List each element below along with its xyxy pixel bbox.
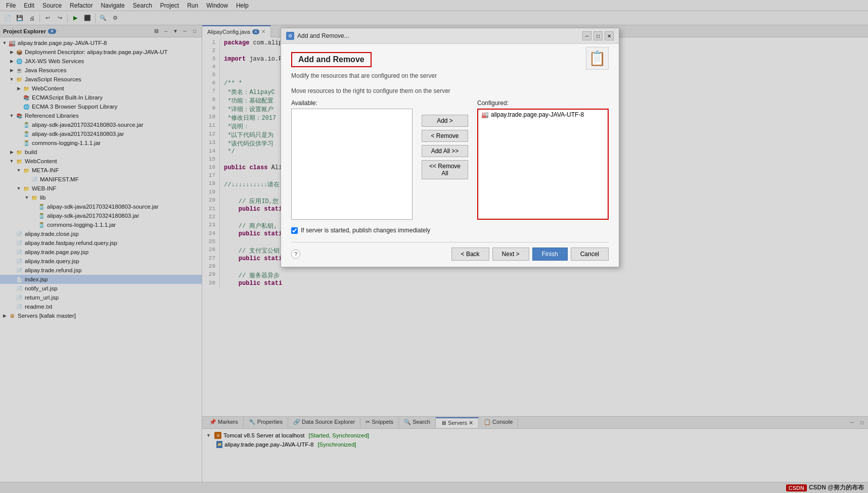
menu-project[interactable]: Project — [156, 1, 183, 10]
menu-refactor[interactable]: Refactor — [66, 1, 97, 10]
bottom-maximize-btn[interactable]: □ — [858, 419, 866, 427]
menu-window[interactable]: Window — [202, 1, 232, 10]
tree-js-resources[interactable]: ▼ 📁 JavaScript Resources — [0, 75, 202, 84]
editor-tab-close-btn[interactable]: ✕ — [261, 29, 265, 34]
publish-checkbox[interactable] — [291, 227, 298, 234]
cancel-btn[interactable]: Cancel — [571, 248, 609, 261]
panel-header-left: Project Explorer ✕ — [3, 28, 56, 34]
tree-webcontent2[interactable]: ▼ 📁 WebContent — [0, 157, 202, 166]
tree-close-jsp[interactable]: 📄 alipay.trade.close.jsp — [0, 229, 202, 238]
remove-all-btn[interactable]: << Remove All — [422, 160, 468, 179]
tree-notify-jsp[interactable]: 📄 notify_url.jsp — [0, 284, 202, 293]
tree-manifest[interactable]: 📄 MANIFEST.MF — [0, 175, 202, 184]
status-right: CSDN CSDN @努力的布布 — [786, 483, 864, 492]
dialog-available-list[interactable] — [291, 109, 413, 220]
new-btn[interactable]: 📄 — [2, 13, 13, 24]
tree-index-jsp[interactable]: 📄 index.jsp — [0, 275, 202, 284]
menu-bar: File Edit Source Refactor Navigate Searc… — [0, 0, 868, 11]
dialog-checkbox-row: If server is started, publish changes im… — [291, 227, 609, 234]
tree-ecma3-browser[interactable]: 🌐 ECMA 3 Browser Support Library — [0, 102, 202, 111]
tab-properties[interactable]: 🔧 Properties — [244, 417, 288, 428]
tree-ref-libs[interactable]: ▼ 📚 Referenced Libraries — [0, 111, 202, 120]
tree-jaxws[interactable]: ▶ 🌐 JAX-WS Web Services — [0, 57, 202, 66]
menu-help[interactable]: Help — [232, 1, 253, 10]
tab-servers[interactable]: 🖥 Servers ✕ — [436, 417, 479, 428]
tree-lib-label: lib — [40, 194, 46, 201]
tree-root[interactable]: ▼ 🏭 alipay.trade.page.pay-JAVA-UTF-8 — [0, 38, 202, 47]
add-btn[interactable]: Add > — [422, 115, 468, 127]
tree-page-pay-jsp[interactable]: 📄 alipay.trade.page.pay.jsp — [0, 248, 202, 257]
tree-build[interactable]: ▶ 📁 build — [0, 147, 202, 157]
dialog-title-icon: ⚙ — [286, 32, 294, 40]
project-explorer: Project Explorer ✕ ⊟ ↔ ▼ ─ □ ▼ 🏭 alipay.… — [0, 25, 202, 482]
tree-readme[interactable]: 📄 readme.txt — [0, 302, 202, 311]
tree-trade-refund-jsp[interactable]: 📄 alipay.trade.refund.jsp — [0, 266, 202, 275]
run-btn[interactable]: ▶ — [70, 13, 81, 24]
tab-snippets[interactable]: ✂ Snippets — [360, 417, 399, 428]
link-editor-btn[interactable]: ↔ — [162, 27, 170, 35]
tab-search[interactable]: 🔍 Search — [399, 417, 436, 428]
tree-java-resources[interactable]: ▶ ☕ Java Resources — [0, 66, 202, 75]
tree-alipay-jar[interactable]: 🫙 alipay-sdk-java20170324180803.jar — [0, 129, 202, 138]
tree-return-jsp[interactable]: 📄 return_url.jsp — [0, 293, 202, 302]
panel-header-right: ⊟ ↔ ▼ ─ □ — [152, 27, 199, 35]
arrow-lib: ▼ — [23, 195, 30, 200]
tree-commons-jar1[interactable]: 🫙 commons-logging-1.1.1.jar — [0, 138, 202, 147]
tree-lib-src-jar[interactable]: 🫙 alipay-sdk-java20170324180803-source.j… — [0, 202, 202, 211]
server-row[interactable]: ▼ ⚙ Tomcat v8.5 Server at localhost [Sta… — [206, 431, 864, 440]
tree-web-inf[interactable]: ▼ 📁 WEB-INF — [0, 184, 202, 193]
lib-jar-icon: 🫙 — [37, 212, 45, 220]
dialog-maximize-btn[interactable]: □ — [593, 31, 603, 40]
arrow-java-resources: ▶ — [8, 68, 15, 73]
remove-btn[interactable]: < Remove — [422, 130, 468, 142]
server-sub-item[interactable]: 📁 alipay.trade.page.pay-JAVA-UTF-8 [Sync… — [206, 440, 864, 449]
tree-refund-query-jsp[interactable]: 📄 alipay.trade.fastpay.refund.query.jsp — [0, 238, 202, 248]
settings-btn[interactable]: ⚙ — [110, 13, 121, 24]
webcontent2-icon: 📁 — [15, 157, 23, 165]
finish-btn[interactable]: Finish — [532, 248, 568, 261]
dialog-close-btn[interactable]: ✕ — [605, 31, 614, 40]
back-btn[interactable]: < Back — [451, 248, 489, 261]
add-all-btn[interactable]: Add All >> — [422, 145, 468, 157]
collapse-all-btn[interactable]: ⊟ — [152, 27, 160, 35]
debug-btn[interactable]: ⬛ — [82, 13, 93, 24]
save-btn[interactable]: 💾 — [14, 13, 25, 24]
tree-lib-jar[interactable]: 🫙 alipay-sdk-java20170324180803.jar — [0, 211, 202, 220]
dialog-configured-list[interactable]: 🏭 alipay.trade.page.pay-JAVA-UTF-8 — [477, 109, 609, 220]
tree-lib-commons-jar[interactable]: 🫙 commons-logging-1.1.1.jar — [0, 220, 202, 229]
menu-search[interactable]: Search — [129, 1, 156, 10]
undo-btn[interactable]: ↩ — [42, 13, 53, 24]
menu-run[interactable]: Run — [183, 1, 202, 10]
tree-alipay-src-jar-label: alipay-sdk-java20170324180803-source.jar — [32, 122, 144, 128]
arrow-webcontent2: ▼ — [8, 159, 15, 164]
explorer-menu-btn[interactable]: ▼ — [171, 27, 179, 35]
help-icon[interactable]: ? — [291, 250, 300, 259]
search-toolbar-btn[interactable]: 🔍 — [98, 13, 109, 24]
menu-edit[interactable]: Edit — [20, 1, 38, 10]
tree-servers[interactable]: ▶ 🖥 Servers [kafak master] — [0, 311, 202, 320]
tab-datasource[interactable]: 🔗 Data Source Explorer — [288, 417, 360, 428]
ref-libs-icon: 📚 — [15, 112, 23, 120]
dialog-minimize-btn[interactable]: ─ — [582, 31, 591, 40]
redo-btn[interactable]: ↪ — [54, 13, 65, 24]
editor-tab-alipay[interactable]: AlipayConfig.java ✕ ✕ — [202, 25, 271, 37]
print-btn[interactable]: 🖨 — [26, 13, 37, 24]
minimize-btn[interactable]: ─ — [181, 27, 189, 35]
tree-jaxws-label: JAX-WS Web Services — [25, 58, 84, 64]
maximize-btn[interactable]: □ — [191, 27, 199, 35]
menu-file[interactable]: File — [2, 1, 20, 10]
tree-meta-inf[interactable]: ▼ 📁 META-INF — [0, 166, 202, 175]
next-btn[interactable]: Next > — [492, 248, 529, 261]
tree-lib[interactable]: ▼ 📁 lib — [0, 193, 202, 202]
tab-console[interactable]: 📋 Console — [479, 417, 518, 428]
tree-ecma-builtin[interactable]: 📚 ECMAScript Built-In Library — [0, 93, 202, 102]
bottom-minimize-btn[interactable]: ─ — [848, 419, 856, 427]
configured-item-row[interactable]: 🏭 alipay.trade.page.pay-JAVA-UTF-8 — [478, 110, 608, 120]
tree-alipay-src-jar[interactable]: 🫙 alipay-sdk-java20170324180803-source.j… — [0, 120, 202, 129]
tree-webcontent1[interactable]: ▶ 📁 WebContent — [0, 84, 202, 93]
menu-navigate[interactable]: Navigate — [97, 1, 128, 10]
tree-query-jsp[interactable]: 📄 alipay.trade.query.jsp — [0, 257, 202, 266]
tree-deployment[interactable]: ▶ 📦 Deployment Descriptor: alipay.trade.… — [0, 47, 202, 57]
menu-source[interactable]: Source — [38, 1, 66, 10]
tab-markers[interactable]: 📌 Markers — [204, 417, 244, 428]
